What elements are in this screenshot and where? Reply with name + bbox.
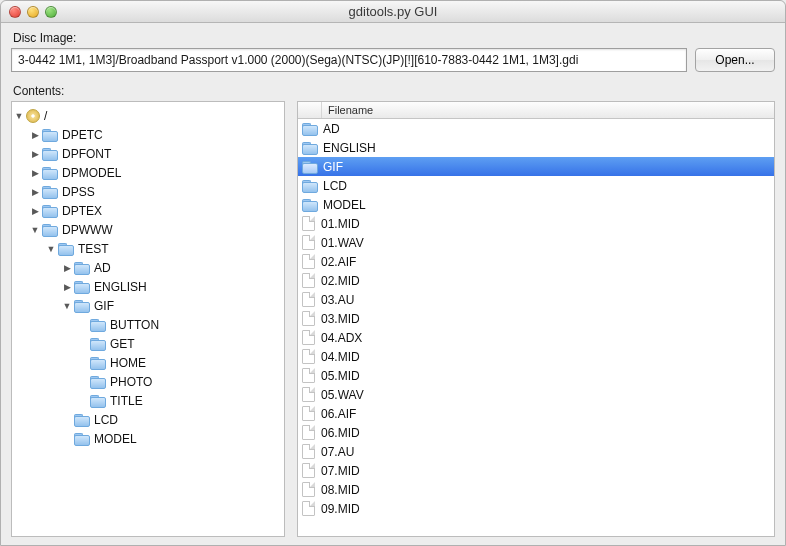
list-row[interactable]: LCD <box>298 176 774 195</box>
tree-view[interactable]: ▼/▶DPETC▶DPFONT▶DPMODEL▶DPSS▶DPTEX▼DPWWW… <box>11 101 285 537</box>
folder-icon <box>74 299 90 312</box>
folder-icon <box>42 166 58 179</box>
row-label: AD <box>323 122 340 136</box>
disc-icon <box>26 109 40 123</box>
list-row[interactable]: 07.AU <box>298 442 774 461</box>
tree-item-label: TITLE <box>110 394 143 408</box>
list-row[interactable]: 06.AIF <box>298 404 774 423</box>
traffic-lights <box>1 6 57 18</box>
tree-item[interactable]: ▶BUTTON <box>78 315 284 334</box>
folder-icon <box>302 122 318 135</box>
disclosure-right-icon[interactable]: ▶ <box>62 263 72 273</box>
disclosure-right-icon[interactable]: ▶ <box>30 130 40 140</box>
tree-item[interactable]: ▶PHOTO <box>78 372 284 391</box>
tree-item[interactable]: ▶GET <box>78 334 284 353</box>
tree-item[interactable]: ▼/ <box>14 106 284 125</box>
open-button[interactable]: Open... <box>695 48 775 72</box>
folder-icon <box>42 128 58 141</box>
list-row[interactable]: 07.MID <box>298 461 774 480</box>
list-row[interactable]: 04.ADX <box>298 328 774 347</box>
filename-column[interactable]: Filename <box>322 104 373 116</box>
tree-item-label: ENGLISH <box>94 280 147 294</box>
row-label: ENGLISH <box>323 141 376 155</box>
disclosure-right-icon[interactable]: ▶ <box>30 149 40 159</box>
tree-item[interactable]: ▼TEST <box>46 239 284 258</box>
minimize-icon[interactable] <box>27 6 39 18</box>
disclosure-down-icon[interactable]: ▼ <box>30 225 40 235</box>
tree-item[interactable]: ▶LCD <box>62 410 284 429</box>
close-icon[interactable] <box>9 6 21 18</box>
list-row[interactable]: 04.MID <box>298 347 774 366</box>
list-row[interactable]: 03.AU <box>298 290 774 309</box>
file-icon <box>302 235 315 250</box>
file-icon <box>302 444 315 459</box>
titlebar[interactable]: gditools.py GUI <box>1 1 785 23</box>
row-label: 04.MID <box>321 350 360 364</box>
tree-item-label: MODEL <box>94 432 137 446</box>
tree-item[interactable]: ▶DPMODEL <box>30 163 284 182</box>
tree-item-label: DPWWW <box>62 223 113 237</box>
tree-item[interactable]: ▶DPTEX <box>30 201 284 220</box>
file-icon <box>302 254 315 269</box>
file-icon <box>302 273 315 288</box>
tree-item[interactable]: ▶DPETC <box>30 125 284 144</box>
row-label: 01.MID <box>321 217 360 231</box>
disclosure-down-icon[interactable]: ▼ <box>46 244 56 254</box>
tree-item-label: DPMODEL <box>62 166 121 180</box>
folder-icon <box>90 394 106 407</box>
tree-item[interactable]: ▶DPFONT <box>30 144 284 163</box>
list-row[interactable]: 02.AIF <box>298 252 774 271</box>
tree-item-label: AD <box>94 261 111 275</box>
list-row[interactable]: 01.MID <box>298 214 774 233</box>
zoom-icon[interactable] <box>45 6 57 18</box>
list-body[interactable]: ADENGLISHGIFLCDMODEL01.MID01.WAV02.AIF02… <box>298 119 774 536</box>
folder-icon <box>90 337 106 350</box>
tree-item[interactable]: ▶AD <box>62 258 284 277</box>
list-row[interactable]: 02.MID <box>298 271 774 290</box>
tree-item-label: PHOTO <box>110 375 152 389</box>
disclosure-right-icon[interactable]: ▶ <box>30 206 40 216</box>
tree-item[interactable]: ▼GIF <box>62 296 284 315</box>
tree-item[interactable]: ▶MODEL <box>62 429 284 448</box>
tree-item[interactable]: ▶ENGLISH <box>62 277 284 296</box>
disclosure-down-icon[interactable]: ▼ <box>14 111 24 121</box>
row-label: GIF <box>323 160 343 174</box>
tree-item-label: HOME <box>110 356 146 370</box>
file-list[interactable]: Filename ADENGLISHGIFLCDMODEL01.MID01.WA… <box>297 101 775 537</box>
disclosure-right-icon[interactable]: ▶ <box>62 282 72 292</box>
disclosure-right-icon[interactable]: ▶ <box>30 187 40 197</box>
folder-icon <box>42 147 58 160</box>
disc-image-path[interactable]: 3-0442 1M1, 1M3]/Broadband Passport v1.0… <box>11 48 687 72</box>
list-row[interactable]: 05.MID <box>298 366 774 385</box>
row-label: 09.MID <box>321 502 360 516</box>
list-row[interactable]: 08.MID <box>298 480 774 499</box>
disclosure-right-icon[interactable]: ▶ <box>30 168 40 178</box>
list-row[interactable]: 05.WAV <box>298 385 774 404</box>
list-row[interactable]: 09.MID <box>298 499 774 518</box>
folder-icon <box>302 141 318 154</box>
list-row[interactable]: GIF <box>298 157 774 176</box>
list-row[interactable]: 03.MID <box>298 309 774 328</box>
contents-label: Contents: <box>13 84 775 98</box>
row-label: 05.MID <box>321 369 360 383</box>
list-row[interactable]: 06.MID <box>298 423 774 442</box>
list-row[interactable]: AD <box>298 119 774 138</box>
list-row[interactable]: ENGLISH <box>298 138 774 157</box>
folder-icon <box>42 223 58 236</box>
tree-item-label: DPSS <box>62 185 95 199</box>
list-row[interactable]: MODEL <box>298 195 774 214</box>
tree-item[interactable]: ▶HOME <box>78 353 284 372</box>
tree-item[interactable]: ▼DPWWW <box>30 220 284 239</box>
file-icon <box>302 463 315 478</box>
folder-icon <box>302 198 318 211</box>
tree-item-label: / <box>44 109 47 123</box>
folder-icon <box>74 280 90 293</box>
list-header[interactable]: Filename <box>298 102 774 119</box>
disclosure-down-icon[interactable]: ▼ <box>62 301 72 311</box>
folder-icon <box>302 160 318 173</box>
file-icon <box>302 292 315 307</box>
tree-item[interactable]: ▶DPSS <box>30 182 284 201</box>
list-row[interactable]: 01.WAV <box>298 233 774 252</box>
tree-item[interactable]: ▶TITLE <box>78 391 284 410</box>
folder-icon <box>90 375 106 388</box>
